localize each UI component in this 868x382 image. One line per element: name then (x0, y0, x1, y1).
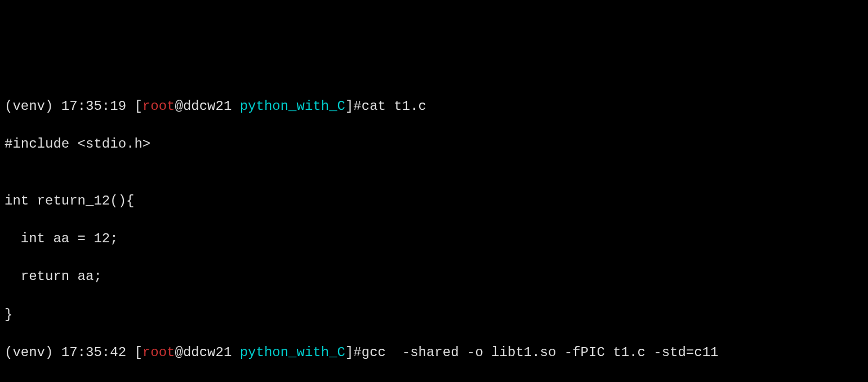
venv-tag: (venv) (5, 345, 53, 360)
prompt-user: root (143, 345, 175, 360)
output-c-line: int return_12(){ (5, 192, 863, 211)
timestamp: 17:35:42 (61, 345, 126, 360)
output-c-line: return aa; (5, 267, 863, 286)
prompt-dir: python_with_C (240, 99, 345, 114)
prompt-line-2: (venv) 17:35:42 [root@ddcw21 python_with… (5, 343, 863, 362)
prompt-dir: python_with_C (240, 345, 345, 360)
prompt-line-1: (venv) 17:35:19 [root@ddcw21 python_with… (5, 97, 863, 116)
output-c-line: } (5, 305, 863, 325)
prompt-user: root (143, 99, 175, 114)
prompt-host: ddcw21 (183, 99, 232, 114)
output-c-line: #include <stdio.h> (5, 135, 863, 154)
command-gcc: gcc -shared -o libt1.so -fPIC t1.c -std=… (362, 345, 719, 360)
command-cat-c: cat t1.c (362, 99, 426, 114)
venv-tag: (venv) (5, 99, 53, 114)
prompt-host: ddcw21 (183, 345, 232, 360)
output-c-line: int aa = 12; (5, 229, 863, 248)
terminal[interactable]: (venv) 17:35:19 [root@ddcw21 python_with… (5, 78, 863, 382)
timestamp: 17:35:19 (61, 99, 126, 114)
